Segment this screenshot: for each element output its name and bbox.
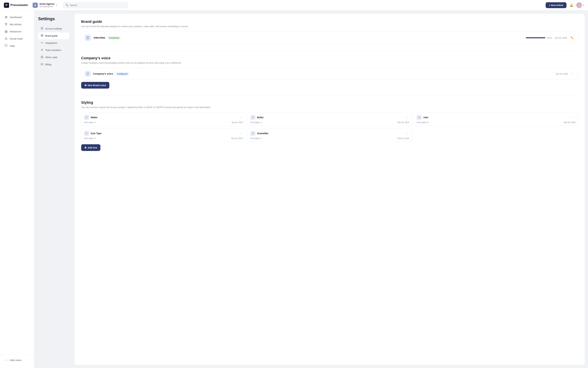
sidebar-footer: → Hide menu [0,355,34,365]
brand-guide-section: Brand guide You can revisit the intervie… [81,19,578,44]
sidebar-item-my-articles[interactable]: ☰ My Articles [2,21,32,28]
interview-date: Apr 04, 2024 [555,37,567,39]
settings-nav-integrations-label: Integrations [45,42,57,44]
newsroom-icon: ▤ [4,30,8,33]
add-font-plus-icon: ⊕ [85,146,86,149]
user-chevron-icon: ▾ [583,4,584,6]
font-more-button-gramatika[interactable]: ⋮ [405,132,409,135]
interview-edit-button[interactable]: ✏️ [569,36,575,40]
font-meta-kyiv: Font styles: 5 Feb 24, 2024 [84,137,243,139]
settings-nav-team-label: Team members [45,49,61,51]
styling-section: Styling You can connect custom font to y… [81,101,578,151]
settings-nav-team[interactable]: Team members [38,47,69,54]
font-more-button-inter[interactable]: ⋮ [571,116,575,119]
font-card-bulter: T Bulter ⋮ Font styles: 4 Mar 30, 2024 [247,112,412,126]
add-font-button[interactable]: ⊕ Add font [81,144,100,151]
svg-point-22 [87,74,88,74]
sidebar-item-newsroom[interactable]: ▤ Newsroom [2,28,32,35]
content-area: Brand guide You can revisit the intervie… [75,14,585,365]
search-box[interactable]: 🔍 [63,2,128,8]
settings-nav-billing[interactable]: Billing [38,61,69,68]
new-article-button[interactable]: + New Article [546,2,567,8]
font-styles-inter: Font styles: 6 [417,121,428,124]
new-brand-voice-button[interactable]: ⊕ New Brand voice [81,82,109,89]
add-font-label: Add font [88,146,97,149]
font-icon-inter: T [417,115,422,120]
settings-title: Settings [38,16,69,21]
svg-text:T: T [252,117,253,118]
font-styles-kyiv: Font styles: 5 [84,137,95,139]
agency-name: Acme Agency [39,2,54,5]
interview-card: Interview Completed 10/10 Apr 04, 2024 ✏… [81,31,578,44]
settings-nav-brand-guide-label: Brand guide [45,35,58,37]
svg-text:T: T [419,117,420,118]
font-more-button-kyiv[interactable]: ⋮ [239,132,243,135]
divider-1 [81,51,578,51]
agency-publications: 3/5 publications [39,5,54,8]
brand-guide-icon [40,34,44,37]
voice-label: Company's voice [93,72,113,75]
font-card-kyiv: T Kyiv Type ⋮ Font styles: 5 Feb 24, 202… [81,128,246,142]
progress-area: 10/10 [526,37,552,39]
white-label-icon [40,56,44,59]
interview-status-badge: Completed [107,36,121,40]
svg-rect-7 [41,42,42,43]
voice-icon [85,71,91,77]
team-members-icon [40,48,44,52]
chevron-down-icon: ▾ [56,4,57,6]
search-input[interactable] [70,4,126,7]
sidebar-label-my-articles: My Articles [10,23,22,26]
voice-date: Apr 04, 2024 [556,73,568,75]
sidebar-label-help: Help [10,45,15,47]
settings-nav-billing-label: Billing [45,63,51,66]
interview-label-area: Interview Completed [94,36,121,39]
font-meta-matter: Font styles: 3 Apr 04, 2024 [84,121,243,124]
font-card-inter: T Inter ⋮ Font styles: 6 Mar 08, 2024 [414,112,578,126]
sidebar-item-dashboard[interactable]: ⊞ Dashboard [2,14,32,20]
agency-avatar: A [33,3,38,8]
settings-nav-brand-guide[interactable]: Brand guide [38,32,69,39]
agency-selector[interactable]: A Acme Agency 3/5 publications ▾ [31,1,59,9]
svg-rect-8 [42,42,43,43]
hide-menu-icon: → [4,359,8,362]
user-avatar-area[interactable]: ▾ [576,2,584,8]
svg-rect-16 [41,64,42,65]
font-card-gramatika-header: T Gramatika ⋮ [250,131,409,136]
fonts-grid: T Matter ⋮ Font styles: 3 Apr 04, 2024 [81,112,578,126]
help-icon: ? [4,44,8,48]
interview-label: Interview [94,36,105,39]
interview-icon [85,35,91,41]
svg-rect-14 [41,64,43,65]
font-more-button-matter[interactable]: ⋮ [239,116,243,119]
svg-text:?: ? [6,45,7,46]
notifications-button[interactable]: 🔔 [569,2,574,8]
font-date-matter: Apr 04, 2024 [232,121,243,124]
settings-nav-white-label[interactable]: White Label [38,54,69,61]
sidebar-item-help[interactable]: ? Help [2,42,32,49]
sidebar-item-social-suite[interactable]: ⊡ Social Suite [2,35,32,42]
voice-card: Company's voice Configured Apr 04, 2024 … [81,68,578,80]
brand-guide-description: You can revisit the interview anytime to… [81,25,578,28]
font-icon-gramatika: T [250,131,256,136]
voice-more-button[interactable]: ⋮ [570,72,575,76]
sidebar-label-newsroom: Newsroom [10,30,21,33]
company-voice-title: Company's voice [81,56,578,60]
font-more-button-bulter[interactable]: ⋮ [405,116,409,119]
font-styles-matter: Font styles: 3 [84,121,95,124]
font-date-gramatika: Feb 04, 2024 [398,137,409,139]
sidebar-label-social-suite: Social Suite [10,37,23,40]
dashboard-icon: ⊞ [4,15,8,19]
svg-text:T: T [86,133,87,134]
styling-description: You can connect custom font to your proj… [81,106,578,109]
settings-nav-integrations[interactable]: Integrations [38,40,69,46]
layout: ⊞ Dashboard ☰ My Articles ▤ Newsroom ⊡ S… [0,10,588,368]
hide-menu-button[interactable]: → Hide menu [2,357,32,363]
svg-text:T: T [252,133,253,134]
settings-nav-account[interactable]: Account settings [38,25,69,32]
font-icon-kyiv: T [84,131,89,136]
voice-status-badge: Configured [115,72,129,75]
progress-text: 10/10 [547,37,552,39]
fonts-grid-row2: T Kyiv Type ⋮ Font styles: 5 Feb 24, 202… [81,128,578,142]
font-date-bulter: Mar 30, 2024 [398,121,409,124]
agency-info: Acme Agency 3/5 publications [39,2,54,8]
